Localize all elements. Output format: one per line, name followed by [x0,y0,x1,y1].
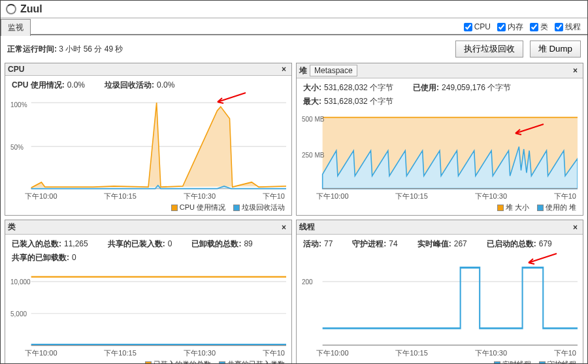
tab-monitor[interactable]: 监视 [1,19,31,36]
heap-subtab[interactable]: Metaspace [310,65,357,76]
gc-button[interactable]: 执行垃圾回收 [455,41,523,58]
tabbar: 监视 CPU 内存 类 线程 [1,18,587,35]
panel-title: CPU [8,65,24,74]
panel-classes: 类× 已装入的总数:11,265 共享的已装入数:0 已卸载的总数:89 共享的… [5,220,292,364]
toggle-classes[interactable]: 类 [530,22,548,33]
toggle-threads[interactable]: 线程 [555,22,581,33]
panel-title: 类 [8,222,16,233]
heap-dump-button[interactable]: 堆 Dump [530,41,581,58]
checkbox-classes[interactable] [530,23,538,31]
toggle-mem[interactable]: 内存 [497,22,523,33]
titlebar: Zuul [1,1,587,18]
toolbar: 正常运行时间: 3 小时 56 分 49 秒 执行垃圾回收 堆 Dump [1,35,587,63]
panels-grid: CPU× CPU 使用情况:0.0% 垃圾回收活动:0.0% 100% 50% … [1,63,587,364]
checkbox-threads[interactable] [555,23,563,31]
panel-cpu: CPU× CPU 使用情况:0.0% 垃圾回收活动:0.0% 100% 50% … [5,63,292,216]
classes-chart: 10,000 5,000 [10,267,286,347]
close-icon[interactable]: × [570,66,580,75]
checkbox-mem[interactable] [497,23,506,31]
uptime: 正常运行时间: 3 小时 56 分 49 秒 [7,44,449,55]
cpu-chart: 100% 50% [10,95,286,190]
checkbox-cpu[interactable] [464,23,472,31]
heap-chart: 500 MB 250 MB [302,111,578,190]
app-title: Zuul [20,3,42,15]
loading-spinner-icon [6,4,16,14]
metric-toggles: CPU 内存 类 线程 [464,22,587,33]
panel-threads: 线程× 活动:77 守护进程:74 实时峰值:267 已启动的总数:679 20… [296,220,583,364]
toggle-cpu[interactable]: CPU [464,22,491,33]
threads-chart: 200 [302,254,578,347]
panel-title: 堆 [299,65,307,76]
panel-title: 线程 [299,222,315,233]
close-icon[interactable]: × [570,223,580,232]
close-icon[interactable]: × [279,223,289,232]
close-icon[interactable]: × [279,65,289,74]
panel-heap: 堆Metaspace× 大小:531,628,032 个字节 已使用:249,0… [296,63,583,216]
